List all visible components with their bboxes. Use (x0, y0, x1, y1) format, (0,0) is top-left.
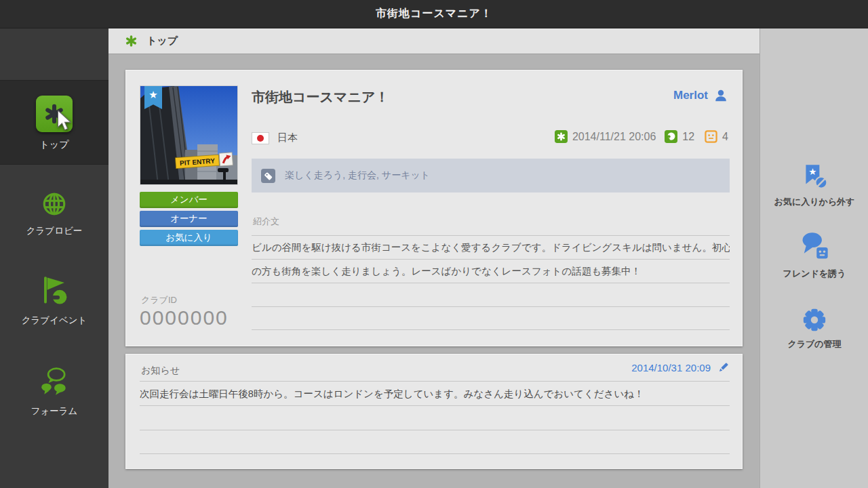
gear-icon (802, 307, 827, 333)
club-info-card: PIT ENTRY ★ メンバー オーナー お気に入り クラブID 000000… (125, 70, 743, 346)
right-sidebar: ★ お気に入りから外す フレンドを誘う クラブの管理 (760, 28, 868, 488)
left-sidebar: トップ クラブロビー クラブイベント (0, 28, 108, 488)
remove-favorite-action[interactable]: ★ お気に入りから外す (760, 163, 868, 208)
announcement-header-right: 2014/10/31 20:09 (631, 361, 730, 373)
announcement-line-empty (140, 430, 730, 454)
manage-club-action[interactable]: クラブの管理 (760, 307, 868, 350)
sidebar-item-club-events[interactable]: クラブイベント (0, 275, 108, 327)
intro-label: 紹介文 (253, 216, 279, 228)
announcement-label: お知らせ (141, 365, 180, 377)
club-name: 市街地コースマニア！ (252, 88, 389, 106)
club-created-date: 2014/11/21 20:06 (572, 131, 656, 143)
intro-line: の方も街角を楽しく走りましょう。レースばかりでなくレースフォトの話題も募集中！ (252, 259, 730, 283)
unfavorite-bookmark-icon: ★ (800, 163, 829, 190)
edit-pencil-icon[interactable] (717, 361, 730, 373)
intro-line: ビルの谷間を駆け抜ける市街コースをこよなく愛するクラブです。ドライビングスキルは… (252, 235, 730, 259)
person-icon (713, 88, 728, 103)
page-header: トップ (108, 28, 760, 54)
announcement-card: お知らせ 2014/10/31 20:09 次回走行会は土曜日午後8時から。コー… (125, 354, 743, 469)
invite-friend-action[interactable]: フレンドを誘う (760, 231, 868, 280)
page-header-asterisk-icon (124, 34, 138, 48)
club-tags-row: 楽しく走ろう, 走行会, サーキット (252, 159, 730, 192)
japan-flag-icon (252, 132, 269, 144)
sidebar-item-club-lobby[interactable]: クラブロビー (0, 191, 108, 237)
announcement-line-empty (140, 405, 730, 430)
club-country: 日本 (277, 131, 298, 144)
main-panel: トップ (108, 28, 760, 488)
remove-favorite-label: お気に入りから外す (774, 196, 855, 208)
announcement-date: 2014/10/31 20:09 (631, 362, 711, 373)
intro-line-empty (252, 306, 730, 330)
globe-icon (41, 191, 67, 217)
sidebar-item-top-label: トップ (0, 139, 108, 151)
manage-club-label: クラブの管理 (787, 338, 841, 350)
invite-friend-label: フレンドを誘う (783, 268, 846, 280)
member-helmet-icon (665, 130, 677, 143)
sidebar-item-club-lobby-label: クラブロビー (26, 225, 83, 237)
favorite-button[interactable]: お気に入り (140, 230, 238, 246)
intro-line-empty (252, 283, 730, 306)
club-tags: 楽しく走ろう, 走行会, サーキット (285, 169, 430, 182)
club-image: PIT ENTRY ★ (140, 85, 238, 185)
smiley-topic-icon (705, 130, 717, 143)
owner-button[interactable]: オーナー (140, 211, 238, 227)
sidebar-item-forum[interactable]: フォーラム (0, 366, 108, 418)
forum-bubbles-icon (39, 366, 70, 397)
owner-link[interactable]: Merlot (673, 88, 728, 103)
club-meta-row: 2014/11/21 20:06 12 4 (555, 130, 728, 143)
page-title: トップ (146, 35, 178, 47)
sidebar-item-club-events-label: クラブイベント (22, 314, 87, 327)
window-titlebar: 市街地コースマニア！ (0, 0, 868, 28)
invite-friend-icon (798, 231, 831, 262)
club-created-asterisk-icon (555, 130, 568, 143)
window-title: 市街地コースマニア！ (376, 7, 492, 21)
club-id-value: 0000000 (140, 306, 229, 329)
intro-rows: ビルの谷間を駆け抜ける市街コースをこよなく愛するクラブです。ドライビングスキルは… (252, 235, 730, 330)
topic-count: 4 (722, 131, 728, 143)
announcement-text: 次回走行会は土曜日午後8時から。コースはロンドンを予定しています。みなさん走り込… (140, 381, 730, 405)
mouse-cursor-icon (56, 110, 73, 131)
club-country-row: 日本 (252, 131, 298, 144)
club-id-label: クラブID (141, 294, 177, 306)
flag-helmet-icon (39, 275, 70, 306)
tag-icon (261, 169, 275, 183)
members-button[interactable]: メンバー (140, 192, 238, 208)
sidebar-item-top[interactable]: トップ (0, 80, 108, 165)
announcement-rows: 次回走行会は土曜日午後8時から。コースはロンドンを予定しています。みなさん走り込… (140, 381, 730, 454)
owner-name: Merlot (673, 89, 708, 102)
member-count: 12 (682, 131, 694, 143)
svg-text:★: ★ (808, 166, 816, 177)
sidebar-item-forum-label: フォーラム (31, 405, 78, 418)
